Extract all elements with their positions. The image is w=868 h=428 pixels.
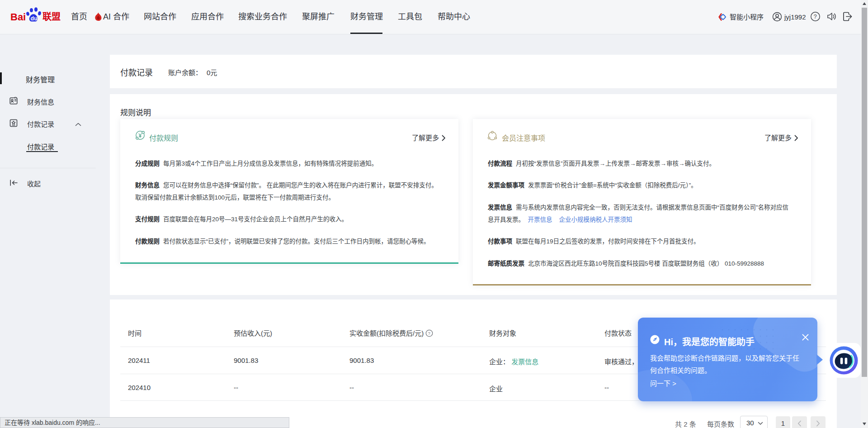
svg-text:?: ?	[814, 14, 817, 20]
svg-text:du: du	[31, 15, 38, 22]
svg-text:联盟: 联盟	[42, 12, 61, 22]
svg-text:?: ?	[428, 331, 430, 336]
svg-text:Bai: Bai	[10, 11, 26, 23]
